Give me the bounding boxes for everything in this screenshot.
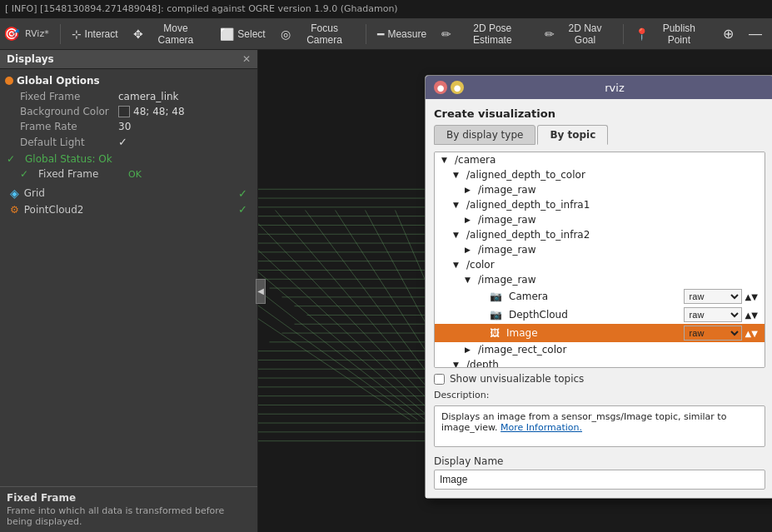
display-name-section: Display Name bbox=[434, 455, 765, 490]
tree-arrow: ▼ bbox=[453, 360, 463, 368]
main-layout: Displays ✕ Global Options Fixed Frame ca… bbox=[0, 50, 772, 532]
publish-point-label: Publish Point bbox=[652, 22, 706, 46]
grid-icon: ◈ bbox=[10, 186, 19, 200]
tree-item[interactable]: ▼/image_raw bbox=[435, 272, 765, 287]
move-camera-button[interactable]: ✥ Move Camera bbox=[127, 22, 212, 47]
global-options-header[interactable]: Global Options bbox=[0, 72, 257, 89]
tree-item[interactable]: ▼/aligned_depth_to_infra2 bbox=[435, 227, 765, 242]
show-unvisualizable-row: Show unvisualizable topics bbox=[434, 368, 765, 390]
measure-button[interactable]: ━ Measure bbox=[371, 22, 433, 47]
tree-item-label: /image_raw bbox=[478, 274, 758, 286]
publish-point-button[interactable]: 📍 Publish Point bbox=[628, 22, 713, 47]
info-text: [ INFO] [1548130894.271489048]: compiled… bbox=[5, 3, 398, 14]
tree-item[interactable]: ▼/depth bbox=[435, 357, 765, 368]
tree-item[interactable]: ▼/color bbox=[435, 257, 765, 272]
tree-item-dropdown-arrow[interactable]: ▲▼ bbox=[745, 292, 758, 301]
tree-item-dropdown-arrow[interactable]: ▲▼ bbox=[745, 329, 758, 338]
more-info-link[interactable]: More Information. bbox=[501, 422, 582, 433]
tree-item-dropdown-arrow[interactable]: ▲▼ bbox=[745, 311, 758, 320]
move-camera-icon: ✥ bbox=[133, 27, 143, 41]
tree-item[interactable]: ▼/camera bbox=[435, 152, 765, 167]
focus-camera-button[interactable]: ◎ Focus Camera bbox=[274, 22, 362, 47]
displays-close-icon[interactable]: ✕ bbox=[242, 53, 251, 65]
grid-checkbox[interactable]: ✓ bbox=[238, 187, 247, 200]
tree-item[interactable]: 📷DepthCloudraw▲▼ bbox=[435, 306, 765, 324]
displays-list: Global Options Fixed Frame camera_link B… bbox=[0, 69, 257, 532]
display-name-input[interactable] bbox=[434, 470, 765, 490]
tree-item[interactable]: ▶/image_raw bbox=[435, 242, 765, 257]
tree-item[interactable]: ▶/image_rect_color bbox=[435, 342, 765, 357]
tree-item-label: /image_rect_color bbox=[478, 344, 758, 355]
dialog-icon-2[interactable]: ● bbox=[451, 81, 464, 94]
pointcloud-item[interactable]: ⚙ PointCloud2 ✓ bbox=[0, 201, 257, 217]
tree-item[interactable]: ▶/image_raw bbox=[435, 182, 765, 197]
2d-nav-icon: ✏ bbox=[545, 27, 555, 41]
select-label: Select bbox=[237, 28, 265, 40]
grid-item[interactable]: ◈ Grid ✓ bbox=[0, 185, 257, 201]
dialog-titlebar: ● ● rviz bbox=[426, 76, 772, 99]
tree-item[interactable]: ▼/aligned_depth_to_infra1 bbox=[435, 197, 765, 212]
bg-color-row: Background Color 48; 48; 48 bbox=[0, 104, 257, 119]
panel-collapse-arrow[interactable]: ◀ bbox=[256, 279, 266, 304]
interact-button[interactable]: ⊹ Interact bbox=[65, 22, 125, 47]
tab-by-display-type[interactable]: By display type bbox=[434, 125, 535, 145]
tree-arrow: ▶ bbox=[465, 246, 475, 254]
tree-item-label: Image bbox=[506, 327, 680, 339]
tree-item[interactable]: 📷Cameraraw▲▼ bbox=[435, 287, 765, 306]
tree-item-value-select[interactable]: raw bbox=[684, 307, 742, 322]
displays-panel-header: Displays ✕ bbox=[0, 50, 257, 69]
global-status-check: ✓ bbox=[7, 153, 15, 165]
2d-pose-label: 2D Pose Estimate bbox=[455, 22, 530, 46]
topic-tree[interactable]: ▼/camera▼/aligned_depth_to_color▶/image_… bbox=[434, 152, 765, 368]
default-light-checkbox[interactable]: ✓ bbox=[118, 136, 127, 148]
toolbar-minus-button[interactable]: — bbox=[742, 22, 769, 47]
bottom-status-panel: Fixed Frame Frame into which all data is… bbox=[0, 486, 257, 532]
displays-panel: Displays ✕ Global Options Fixed Frame ca… bbox=[0, 50, 258, 532]
select-button[interactable]: ⬜ Select bbox=[213, 22, 271, 47]
tree-arrow: ▶ bbox=[465, 186, 475, 194]
viewport: ● ● rviz Create visualization By display… bbox=[258, 50, 772, 532]
info-bar: [ INFO] [1548130894.271489048]: compiled… bbox=[0, 0, 772, 18]
tree-item[interactable]: ▼/aligned_depth_to_color bbox=[435, 167, 765, 182]
tree-item-label: Camera bbox=[509, 291, 680, 302]
interact-label: Interact bbox=[85, 28, 118, 40]
frame-rate-row: Frame Rate 30 bbox=[0, 119, 257, 134]
publish-point-icon: 📍 bbox=[635, 27, 649, 41]
select-icon: ⬜ bbox=[220, 27, 234, 41]
pointcloud-checkbox[interactable]: ✓ bbox=[238, 203, 247, 216]
2d-nav-label: 2D Nav Goal bbox=[558, 22, 611, 46]
tree-item-value-select[interactable]: raw bbox=[684, 326, 742, 341]
move-camera-label: Move Camera bbox=[147, 22, 206, 46]
bg-color-label: Background Color bbox=[20, 106, 112, 117]
tree-item[interactable]: 🖼Imageraw▲▼ bbox=[435, 324, 765, 342]
tree-item-label: /image_raw bbox=[478, 214, 758, 226]
tree-item-icon: 📷 bbox=[490, 291, 502, 302]
bg-color-swatch[interactable] bbox=[118, 106, 130, 117]
dialog-title: rviz bbox=[464, 82, 765, 94]
tree-item[interactable]: ▶/image_raw bbox=[435, 212, 765, 227]
frame-rate-value: 30 bbox=[118, 121, 131, 132]
toolbar-extra-button[interactable]: ⊕ bbox=[716, 22, 740, 47]
tree-item-value-select[interactable]: raw bbox=[684, 289, 742, 304]
2d-pose-button[interactable]: ✏ 2D Pose Estimate bbox=[435, 22, 536, 47]
fixed-frame-label: Fixed Frame bbox=[20, 91, 112, 102]
tab-by-topic[interactable]: By topic bbox=[537, 125, 608, 145]
dialog-tabs: By display type By topic bbox=[434, 125, 765, 145]
2d-nav-button[interactable]: ✏ 2D Nav Goal bbox=[538, 22, 618, 47]
focus-camera-icon: ◎ bbox=[281, 27, 291, 41]
global-options-dot bbox=[5, 77, 13, 85]
create-visualization-dialog[interactable]: ● ● rviz Create visualization By display… bbox=[425, 75, 772, 499]
description-area: Displays an image from a sensor_msgs/Ima… bbox=[434, 405, 765, 447]
app-title: RViz* bbox=[25, 28, 49, 39]
pointcloud-icon: ⚙ bbox=[10, 204, 19, 216]
tree-item-icon: 🖼 bbox=[490, 327, 500, 339]
fixed-frame-row: Fixed Frame camera_link bbox=[0, 89, 257, 104]
measure-label: Measure bbox=[387, 28, 426, 40]
description-label: Description: bbox=[434, 390, 765, 400]
show-unvisualizable-checkbox[interactable] bbox=[434, 374, 445, 385]
dialog-icon-1[interactable]: ● bbox=[434, 81, 447, 94]
description-text: Displays an image from a sensor_msgs/Ima… bbox=[441, 411, 726, 433]
bottom-status-title: Fixed Frame bbox=[7, 492, 251, 504]
tree-item-label: /depth bbox=[466, 359, 758, 368]
fixed-frame-status-label: Fixed Frame bbox=[38, 168, 122, 180]
